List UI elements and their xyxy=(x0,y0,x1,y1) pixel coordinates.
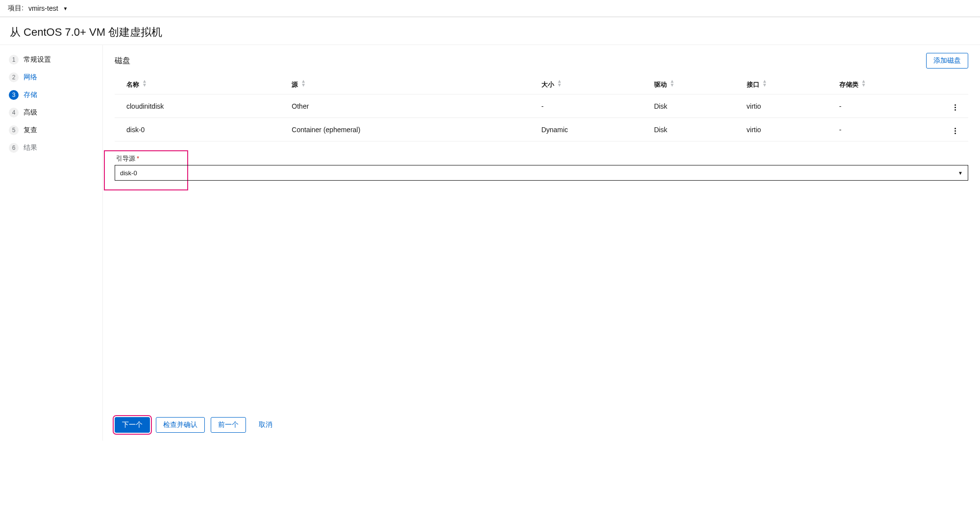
col-drive-header[interactable]: 驱动 xyxy=(650,74,743,94)
add-disk-button[interactable]: 添加磁盘 xyxy=(926,53,968,69)
cell-drive: Disk xyxy=(650,94,743,118)
col-size-header[interactable]: 大小 xyxy=(538,74,650,94)
cell-storage-class: - xyxy=(835,118,949,141)
sort-icon xyxy=(301,79,306,87)
sort-icon xyxy=(861,79,866,87)
cell-source: Container (ephemeral) xyxy=(288,118,537,141)
kebab-menu-icon[interactable] xyxy=(953,126,958,136)
step-label: 复查 xyxy=(24,126,37,135)
col-name-header[interactable]: 名称 xyxy=(115,74,288,94)
boot-source-label: 引导源* xyxy=(115,154,968,163)
step-number: 1 xyxy=(9,55,19,65)
step-networking[interactable]: 2 网络 xyxy=(4,69,98,86)
step-label: 存储 xyxy=(24,91,37,99)
step-number: 3 xyxy=(9,90,19,100)
cell-name: cloudinitdisk xyxy=(115,94,288,118)
step-number: 4 xyxy=(9,108,19,117)
step-label: 网络 xyxy=(24,73,37,82)
page-header: 从 CentOS 7.0+ VM 创建虚拟机 xyxy=(0,17,980,45)
step-result: 6 结果 xyxy=(4,139,98,157)
wizard-steps-sidebar: 1 常规设置 2 网络 3 存储 4 高级 5 复查 6 结果 xyxy=(0,45,103,441)
step-number: 2 xyxy=(9,72,19,82)
cell-size: Dynamic xyxy=(538,118,650,141)
step-label: 常规设置 xyxy=(24,55,51,64)
page-title: 从 CentOS 7.0+ VM 创建虚拟机 xyxy=(10,25,970,40)
cancel-button[interactable]: 取消 xyxy=(252,418,279,432)
sort-icon xyxy=(142,79,147,87)
disks-table: 名称 源 大小 驱动 接口 存储类 cloudinitdisk Other - xyxy=(115,74,968,141)
sort-icon xyxy=(557,79,562,87)
cell-storage-class: - xyxy=(835,94,949,118)
section-title-disks: 磁盘 xyxy=(115,56,130,66)
col-storage-class-header[interactable]: 存储类 xyxy=(835,74,949,94)
wizard-footer: 下一个 检查并确认 前一个 取消 xyxy=(115,405,968,433)
caret-down-icon: ▼ xyxy=(63,6,68,11)
step-review[interactable]: 5 复查 xyxy=(4,121,98,139)
step-number: 5 xyxy=(9,125,19,135)
main-content: 磁盘 添加磁盘 名称 源 大小 驱动 接口 存储类 xyxy=(103,45,980,441)
table-row: disk-0 Container (ephemeral) Dynamic Dis… xyxy=(115,118,968,141)
project-name: vmirs-test xyxy=(28,4,58,12)
review-confirm-button[interactable]: 检查并确认 xyxy=(156,417,205,433)
step-label: 结果 xyxy=(24,143,37,152)
cell-interface: virtio xyxy=(743,94,835,118)
cell-interface: virtio xyxy=(743,118,835,141)
kebab-menu-icon[interactable] xyxy=(953,102,958,113)
step-general[interactable]: 1 常规设置 xyxy=(4,51,98,69)
cell-drive: Disk xyxy=(650,118,743,141)
cell-source: Other xyxy=(288,94,537,118)
previous-button[interactable]: 前一个 xyxy=(211,417,246,433)
caret-down-icon: ▼ xyxy=(958,170,963,176)
step-storage[interactable]: 3 存储 xyxy=(4,86,98,104)
next-button[interactable]: 下一个 xyxy=(115,417,150,433)
boot-source-value: disk-0 xyxy=(120,169,137,177)
col-interface-header[interactable]: 接口 xyxy=(743,74,835,94)
step-advanced[interactable]: 4 高级 xyxy=(4,104,98,121)
boot-source-select[interactable]: disk-0 ▼ xyxy=(115,165,968,181)
table-row: cloudinitdisk Other - Disk virtio - xyxy=(115,94,968,118)
project-prefix: 项目: xyxy=(8,4,24,13)
project-selector[interactable]: 项目: vmirs-test ▼ xyxy=(0,0,980,17)
boot-source-group: 引导源* disk-0 ▼ xyxy=(115,154,968,181)
cell-name: disk-0 xyxy=(115,118,288,141)
cell-size: - xyxy=(538,94,650,118)
step-number: 6 xyxy=(9,143,19,153)
step-label: 高级 xyxy=(24,108,37,117)
sort-icon xyxy=(762,79,767,87)
col-source-header[interactable]: 源 xyxy=(288,74,537,94)
sort-icon xyxy=(670,79,675,87)
